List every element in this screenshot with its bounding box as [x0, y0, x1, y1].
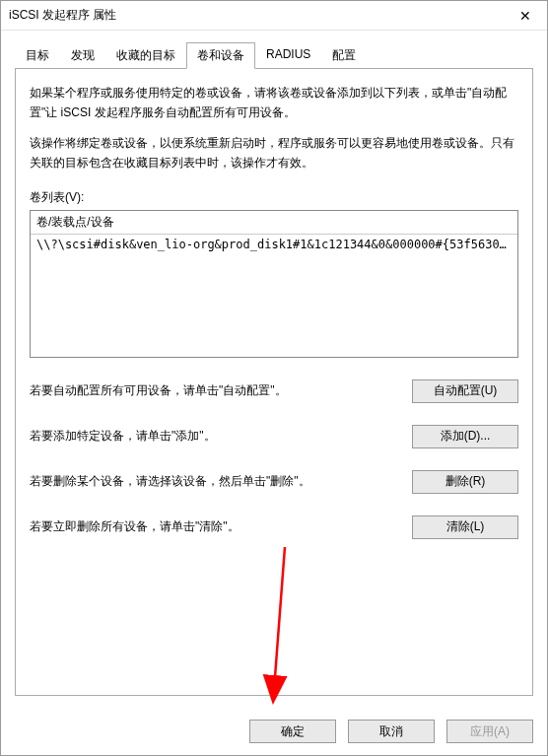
apply-button[interactable]: 应用(A)	[446, 720, 533, 743]
tab-strip: 目标 发现 收藏的目标 卷和设备 RADIUS 配置	[15, 42, 533, 69]
tab-targets[interactable]: 目标	[15, 42, 60, 68]
dialog-window: iSCSI 发起程序 属性 ✕ 目标 发现 收藏的目标 卷和设备 RADIUS …	[0, 0, 548, 756]
row-clear: 若要立即删除所有设备，请单击"清除"。 清除(L)	[30, 515, 518, 539]
row-text: 若要立即删除所有设备，请单击"清除"。	[30, 517, 412, 536]
remove-button[interactable]: 删除(R)	[412, 470, 518, 494]
tab-configuration[interactable]: 配置	[321, 42, 367, 68]
content-area: 目标 发现 收藏的目标 卷和设备 RADIUS 配置 如果某个程序或服务使用特定…	[1, 31, 547, 708]
ok-button[interactable]: 确定	[249, 720, 336, 743]
titlebar: iSCSI 发起程序 属性 ✕	[1, 1, 547, 31]
row-remove: 若要删除某个设备，请选择该设备，然后单击"删除"。 删除(R)	[30, 470, 518, 494]
volume-list-label: 卷列表(V):	[30, 189, 518, 206]
row-text: 若要添加特定设备，请单击"添加"。	[30, 427, 412, 446]
cancel-button[interactable]: 取消	[348, 720, 435, 743]
tab-radius[interactable]: RADIUS	[255, 42, 321, 68]
add-button[interactable]: 添加(D)...	[412, 425, 518, 448]
svg-line-1	[274, 547, 285, 690]
tab-discovery[interactable]: 发现	[60, 42, 105, 68]
window-title: iSCSI 发起程序 属性	[9, 7, 116, 24]
close-icon: ✕	[519, 8, 531, 24]
list-column-header[interactable]: 卷/装载点/设备	[31, 211, 517, 235]
dialog-footer: 确定 取消 应用(A)	[1, 708, 547, 755]
clear-button[interactable]: 清除(L)	[412, 515, 518, 539]
description-1: 如果某个程序或服务使用特定的卷或设备，请将该卷或设备添加到以下列表，或单击"自动…	[30, 83, 518, 123]
tab-panel: 如果某个程序或服务使用特定的卷或设备，请将该卷或设备添加到以下列表，或单击"自动…	[15, 69, 533, 696]
row-text: 若要自动配置所有可用设备，请单击"自动配置"。	[30, 381, 412, 400]
annotation-arrow-icon	[260, 542, 309, 710]
row-add: 若要添加特定设备，请单击"添加"。 添加(D)...	[30, 425, 518, 448]
auto-configure-button[interactable]: 自动配置(U)	[412, 379, 518, 403]
row-auto-configure: 若要自动配置所有可用设备，请单击"自动配置"。 自动配置(U)	[30, 379, 518, 403]
tab-favorite-targets[interactable]: 收藏的目标	[105, 42, 186, 68]
row-text: 若要删除某个设备，请选择该设备，然后单击"删除"。	[30, 472, 412, 491]
description-2: 该操作将绑定卷或设备，以便系统重新启动时，程序或服务可以更容易地使用卷或设备。只…	[30, 133, 518, 173]
volume-list[interactable]: 卷/装载点/设备 \\?\scsi#disk&ven_lio-org&prod_…	[30, 210, 518, 358]
list-item[interactable]: \\?\scsi#disk&ven_lio-org&prod_disk1#1&1…	[31, 235, 517, 254]
close-button[interactable]: ✕	[503, 1, 547, 31]
tab-volumes-devices[interactable]: 卷和设备	[186, 42, 255, 69]
